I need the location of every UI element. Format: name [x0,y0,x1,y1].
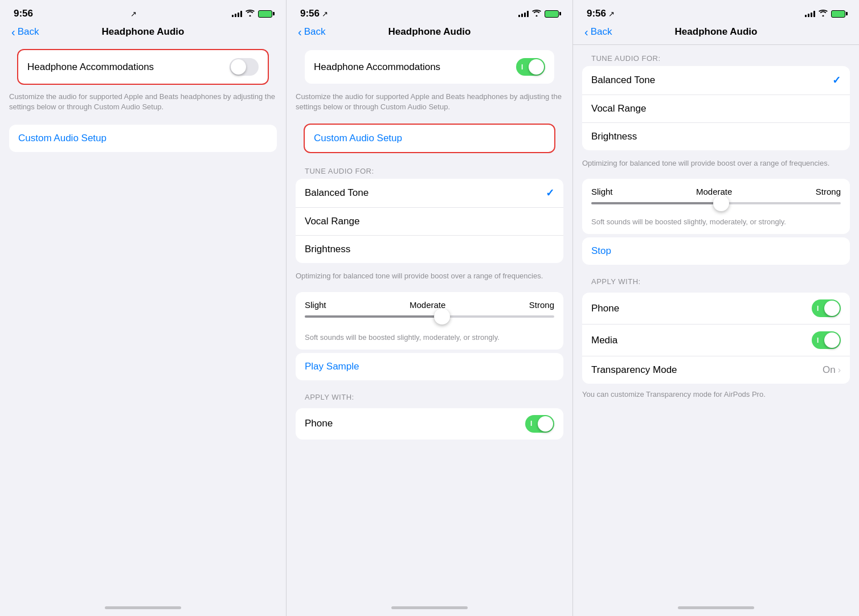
status-icons-3 [805,10,845,18]
home-bar-1 [105,606,181,609]
accommodations-toggle-1[interactable] [230,58,259,76]
play-sample-link-2[interactable]: Play Sample [296,353,563,380]
apply-phone-toggle-3[interactable] [812,299,841,317]
s3-bar-4 [813,11,815,17]
location-icon-3: ↗ [608,10,615,18]
description-2: Customize the audio for supported Apple … [287,89,572,119]
apply-phone-row-2: Phone [296,408,563,440]
transparency-on-text-3: On [823,364,836,376]
toggle-thumb-2 [529,59,544,75]
accommodations-wrapper-1: Headphone Accommodations [9,50,277,84]
custom-audio-link-2[interactable]: Custom Audio Setup [305,125,554,152]
apply-media-toggle-3[interactable] [812,331,841,349]
s2-bar-4 [527,11,529,17]
apply-media-label-3: Media [591,335,617,346]
slight-label-2: Slight [305,300,326,310]
signal-bar-3 [238,13,239,17]
status-time-1: 9:56 [14,8,33,19]
panel-3: 9:56 ↗ ‹ Back Headphone Audio TUNE AU [573,0,859,616]
tune-header-3: TUNE AUDIO FOR: [573,45,859,66]
signal-icon-3 [805,10,815,17]
apply-phone-label-2: Phone [305,418,333,429]
moderate-label-2: Moderate [410,300,445,310]
accommodations-toggle-row-1: Headphone Accommodations [18,50,268,84]
battery-icon-1 [258,10,272,18]
tune-brightness-2[interactable]: Brightness [296,236,563,263]
nav-bar-2: ‹ Back Headphone Audio [287,24,572,44]
slider-card-3: Slight Moderate Strong Soft sounds will … [582,179,850,234]
tune-card-3: Balanced Tone ✓ Vocal Range Brightness [582,66,850,150]
nav-bar-3: ‹ Back Headphone Audio [573,24,859,44]
transparency-row-3[interactable]: Transparency Mode On › [582,356,850,384]
status-bar-2: 9:56 ↗ [287,0,572,24]
slider-thumb-3[interactable] [713,195,729,211]
apply-phone-toggle-2[interactable] [525,415,554,433]
back-button-1[interactable]: ‹ Back [11,26,39,38]
toggle-thumb-1 [231,59,246,75]
tune-vocal-3[interactable]: Vocal Range [582,95,850,123]
apply-phone-thumb-2 [538,416,553,432]
tune-balanced-3[interactable]: Balanced Tone ✓ [582,66,850,95]
content-2: Headphone Accommodations Customize the a… [287,44,572,602]
slider-labels-3: Slight Moderate Strong [591,187,841,196]
signal-icon-1 [232,10,242,17]
content-1: Headphone Accommodations Customize the a… [0,44,286,602]
back-chevron-icon-1: ‹ [11,26,15,38]
tune-balanced-2[interactable]: Balanced Tone ✓ [296,179,563,208]
panel-1: 9:56 ↗ ‹ Back Headphone Audio [0,0,287,616]
s3-bar-3 [811,13,812,17]
accommodations-toggle-2[interactable] [516,58,545,76]
signal-bar-2 [235,14,236,17]
accommodations-wrapper-2: Headphone Accommodations [296,50,563,84]
status-icons-1 [232,10,272,18]
s2-bar-3 [524,13,526,17]
tune-section-2: Balanced Tone ✓ Vocal Range Brightness [296,179,563,263]
slider-track-3[interactable] [591,202,841,204]
checkmark-2: ✓ [546,187,554,199]
stop-link-3[interactable]: Stop [582,237,850,265]
panel-2: 9:56 ↗ ‹ Back Headphone Audio [287,0,573,616]
custom-audio-card-2-hl: Custom Audio Setup [305,125,554,152]
apply-card-3: Phone Media Transparency Mode On › [582,293,850,384]
status-time-3: 9:56 [587,8,606,19]
location-icon: ↗ [130,10,137,18]
wifi-icon-1 [246,10,255,18]
apply-phone-thumb-3 [824,301,840,316]
tune-vocal-2[interactable]: Vocal Range [296,208,563,236]
apply-media-row-3: Media [582,325,850,356]
slider-thumb-2[interactable] [434,309,450,325]
apply-phone-label-3: Phone [591,303,619,314]
back-label-1: Back [18,26,39,38]
slight-label-3: Slight [591,187,613,196]
slider-track-2[interactable] [305,315,554,318]
back-button-2[interactable]: ‹ Back [298,26,325,38]
status-icons-2 [518,10,559,18]
custom-audio-card-1: Custom Audio Setup [9,125,277,152]
apply-header-3: APPLY WITH: [573,268,859,289]
nav-bar-1: ‹ Back Headphone Audio [0,24,286,44]
back-button-3[interactable]: ‹ Back [584,26,612,38]
apply-media-thumb-3 [824,332,840,348]
signal-bar-4 [240,11,242,17]
tune-brightness-label-2: Brightness [305,244,350,255]
wifi-icon-3 [819,10,828,18]
tune-desc-3: Optimizing for balanced tone will provid… [573,156,859,175]
tune-brightness-3[interactable]: Brightness [582,123,850,150]
play-sample-card-2: Play Sample [296,353,563,380]
signal-bar-1 [232,15,234,17]
s2-bar-2 [521,14,523,17]
back-chevron-icon-3: ‹ [584,26,588,38]
soft-sounds-3: Soft sounds will be boosted slightly, mo… [582,212,850,234]
custom-audio-link-1[interactable]: Custom Audio Setup [9,125,277,152]
nav-title-2: Headphone Audio [388,26,471,38]
back-chevron-icon-2: ‹ [298,26,302,38]
description-1: Customize the audio for supported Apple … [0,89,286,119]
custom-audio-wrapper-2: Custom Audio Setup [296,125,563,152]
nav-title-1: Headphone Audio [102,26,185,38]
tune-brightness-label-3: Brightness [591,131,637,142]
tune-vocal-label-3: Vocal Range [591,103,646,114]
tune-desc-2: Optimizing for balanced tone will provid… [287,269,572,288]
battery-icon-2 [545,10,559,18]
s3-bar-2 [808,14,809,17]
status-bar-3: 9:56 ↗ [573,0,859,24]
